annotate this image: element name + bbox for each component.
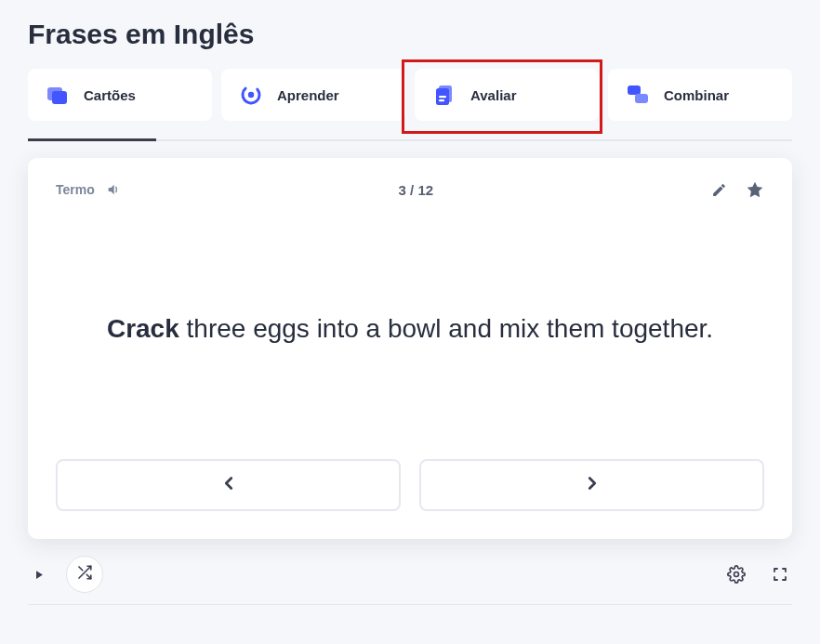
test-icon — [431, 82, 457, 108]
flashcard-body: Crack three eggs into a bowl and mix the… — [56, 199, 764, 459]
tab-label: Cartões — [84, 87, 136, 103]
edit-icon[interactable] — [711, 182, 727, 198]
tab-test[interactable]: Avaliar — [415, 69, 599, 121]
shuffle-button[interactable] — [66, 556, 103, 593]
svg-point-3 — [248, 92, 254, 98]
shuffle-icon — [76, 564, 93, 585]
learn-icon — [238, 82, 264, 108]
study-mode-tabs: Cartões Aprender Avaliar Combinar — [28, 69, 792, 121]
tab-cards[interactable]: Cartões — [28, 69, 212, 121]
cards-icon — [45, 82, 71, 108]
term-bold: Crack — [107, 314, 179, 343]
chevron-left-icon — [218, 473, 239, 497]
tab-label: Avaliar — [470, 87, 516, 103]
play-icon[interactable] — [32, 568, 46, 582]
svg-rect-6 — [439, 96, 446, 98]
term-text: Crack three eggs into a bowl and mix the… — [107, 309, 713, 348]
tab-match[interactable]: Combinar — [608, 69, 792, 121]
term-label: Termo — [56, 182, 95, 197]
tab-learn[interactable]: Aprender — [221, 69, 405, 121]
star-icon[interactable] — [746, 180, 764, 199]
page-title: Frases em Inglês — [28, 19, 792, 50]
bottom-toolbar — [28, 552, 792, 605]
svg-rect-9 — [635, 94, 648, 103]
tab-label: Combinar — [664, 87, 729, 103]
term-rest: three eggs into a bowl and mix them toge… — [179, 314, 713, 343]
fullscreen-icon[interactable] — [772, 566, 788, 583]
svg-rect-1 — [52, 91, 67, 104]
card-counter: 3 / 12 — [399, 182, 434, 198]
tab-underline — [28, 139, 792, 141]
chevron-right-icon — [582, 473, 602, 497]
audio-icon[interactable] — [106, 182, 121, 197]
flashcard-header: Termo 3 / 12 — [56, 180, 764, 199]
svg-rect-7 — [439, 99, 444, 101]
settings-icon[interactable] — [727, 565, 746, 584]
tab-label: Aprender — [277, 87, 339, 103]
card-nav — [56, 459, 764, 511]
svg-point-10 — [734, 572, 739, 577]
next-button[interactable] — [419, 459, 764, 511]
tab-underline-active — [28, 138, 156, 141]
match-icon — [625, 82, 651, 108]
prev-button[interactable] — [56, 459, 401, 511]
flashcard[interactable]: Termo 3 / 12 Crack three eggs into a bow… — [28, 158, 792, 539]
svg-rect-8 — [628, 85, 641, 95]
